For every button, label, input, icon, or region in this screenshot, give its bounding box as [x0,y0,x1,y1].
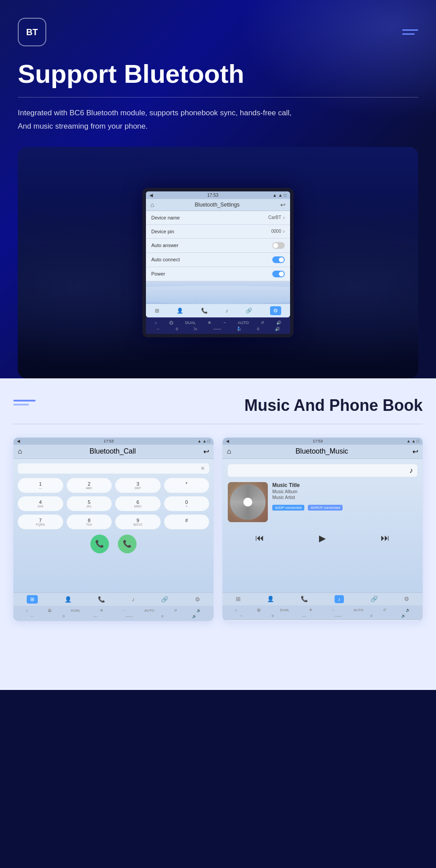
next-button[interactable]: ⏭ [381,533,390,543]
home-icon[interactable]: ⌂ [150,201,154,208]
nav-music-icon[interactable]: ♪ [226,308,228,314]
music-nav-phone-icon[interactable]: 📞 [301,596,308,602]
bt-logo: BT [18,18,46,46]
call-car-back[interactable]: ← [30,614,34,618]
dial-key-2[interactable]: 2ABC [67,478,112,493]
call-panel-title: Bluetooth_Call [89,447,136,455]
call-car-recirc[interactable]: ↺ [174,608,177,612]
call-panel-content: ✕ 1— 2ABC 3DEF * 4GHI 5JKL 6MNO 0+ 7PQRS… [13,459,214,592]
dial-key-hash[interactable]: # [164,515,210,529]
car-back-icon[interactable]: ← [156,327,160,331]
dial-key-4[interactable]: 4GHI [18,496,63,511]
play-button[interactable]: ▶ [319,533,326,544]
music-car-recirc[interactable]: ↺ [383,608,386,612]
call-button[interactable]: 📞 [90,535,109,553]
call-home-icon[interactable]: ⌂ [18,447,22,455]
car-auto-label: AUTO [238,320,249,325]
music-nav-grid-icon[interactable]: ⊞ [236,596,241,602]
call-nav-settings-icon[interactable]: ⚙ [195,596,200,603]
nav-phone-icon[interactable]: 📞 [201,308,208,314]
music-back-icon[interactable]: ↩ [412,447,418,456]
car-vol-right[interactable]: 🔊 [275,327,280,331]
dial-key-7[interactable]: 7PQRS [18,515,63,529]
car-seat-icon[interactable]: 💺 [237,327,242,331]
auto-connect-toggle[interactable] [272,256,285,263]
bluetooth-screen: ◀ 17:53 ▲ ▲ □ ⌂ Bluetooth_Settings ↩ Dev… [146,191,290,317]
setting-row-power[interactable]: Power [146,267,290,281]
dial-key-8[interactable]: 8TUV [67,515,112,529]
call-fan[interactable]: — [93,614,97,618]
call-panel-bottom: ⌂ ⏻ DUAL ❄ ~ AUTO ↺ 🔊 ← 0 — —— 0 🔊 [13,606,214,621]
dial-key-9[interactable]: 9WXYZ [115,515,161,529]
music-nav-link-icon[interactable]: 🔗 [371,596,378,602]
dial-key-1[interactable]: 1— [18,478,63,493]
dial-key-5[interactable]: 5JKL [67,496,112,511]
music-fan[interactable]: — [303,614,306,618]
music-car-snow[interactable]: ❄ [309,608,312,612]
music-player: Music Title Music Album Music Artist A2D… [228,482,417,522]
call-car-vol[interactable]: 🔊 [197,608,201,612]
nav-link-icon[interactable]: 🔗 [246,308,252,314]
dial-key-6[interactable]: 6MNO [115,496,161,511]
call-back-icon[interactable]: ↩ [203,447,209,456]
music-car-home[interactable]: ⌂ [235,608,237,612]
music-car-vol[interactable]: 🔊 [406,608,410,612]
chevron-icon: › [283,215,285,221]
call-nav-person-icon[interactable]: 👤 [65,596,72,603]
music-car-back[interactable]: ← [239,614,243,618]
redial-button[interactable]: 📞 [118,535,137,553]
car-fan-icon[interactable]: 🌬 [194,327,198,331]
dial-key-0[interactable]: 0+ [164,496,210,511]
call-car-dual: DUAL [71,608,80,612]
car-ac-icon[interactable]: ~ [223,320,226,325]
dial-key-3[interactable]: 3DEF [115,478,161,493]
car-slider[interactable]: —— [213,327,221,331]
call-car-power[interactable]: ⏻ [48,608,51,612]
call-nav-link-icon[interactable]: 🔗 [161,596,168,603]
music-vol-r[interactable]: 🔊 [401,614,406,618]
music-nav-settings-icon[interactable]: ⚙ [404,596,409,602]
call-car-ac[interactable]: ~ [123,608,125,612]
music-info: Music Title Music Album Music Artist A2D… [272,482,417,511]
hero-divider [18,97,418,97]
nav-grid-icon[interactable]: ⊞ [155,308,159,314]
setting-row-auto-answer[interactable]: Auto answer [146,239,290,253]
call-nav-phone-icon[interactable]: 📞 [98,596,105,603]
auto-answer-toggle[interactable] [272,242,285,249]
a2dp-tag: A2DP connected [272,505,304,511]
call-nav-music-icon[interactable]: ♪ [132,596,135,603]
menu-icon[interactable] [402,29,418,35]
car-vol-icon[interactable]: 🔊 [276,320,281,325]
dial-key-star[interactable]: * [164,478,210,493]
music-car-ac[interactable]: ~ [332,608,334,612]
car-recirc-icon[interactable]: ↺ [261,320,264,325]
power-toggle[interactable] [272,271,285,277]
call-vol-r[interactable]: 🔊 [192,614,197,618]
screen-back-icon[interactable]: ↩ [280,201,286,208]
car-home-icon[interactable]: ⌂ [155,320,157,325]
setting-row-device-pin[interactable]: Device pin 0000 › [146,225,290,239]
car-snow-icon[interactable]: ❄ [208,320,211,325]
music-note-icon[interactable]: ♪ [409,466,413,475]
music-car-power[interactable]: ⏻ [257,608,260,612]
call-car-home[interactable]: ⌂ [26,608,28,612]
call-slider[interactable]: —— [125,614,133,618]
car-power-icon[interactable]: ⏻ [169,320,173,325]
album-disc [230,484,266,520]
music-home-icon[interactable]: ⌂ [227,447,231,455]
prev-button[interactable]: ⏮ [255,533,264,543]
call-search-bar[interactable]: ✕ [18,463,209,474]
nav-settings-icon[interactable]: ⚙ [270,306,281,315]
music-time: 17:53 [313,439,323,443]
chevron-icon-2: › [283,228,285,235]
nav-person-icon[interactable]: 👤 [177,308,183,314]
console-unit: ◀ 17:53 ▲ ▲ □ ⌂ Bluetooth_Settings ↩ Dev… [142,188,294,337]
setting-row-device-name[interactable]: Device name CarBT › [146,211,290,225]
setting-row-auto-connect[interactable]: Auto connect [146,253,290,267]
call-car-snow[interactable]: ❄ [100,608,103,612]
call-nav-grid-icon[interactable]: ⊞ [27,595,38,604]
music-nav-music-icon[interactable]: ♪ [335,595,344,603]
music-slider[interactable]: —— [335,614,342,618]
call-close-icon[interactable]: ✕ [201,466,205,471]
music-nav-person-icon[interactable]: 👤 [267,596,274,602]
